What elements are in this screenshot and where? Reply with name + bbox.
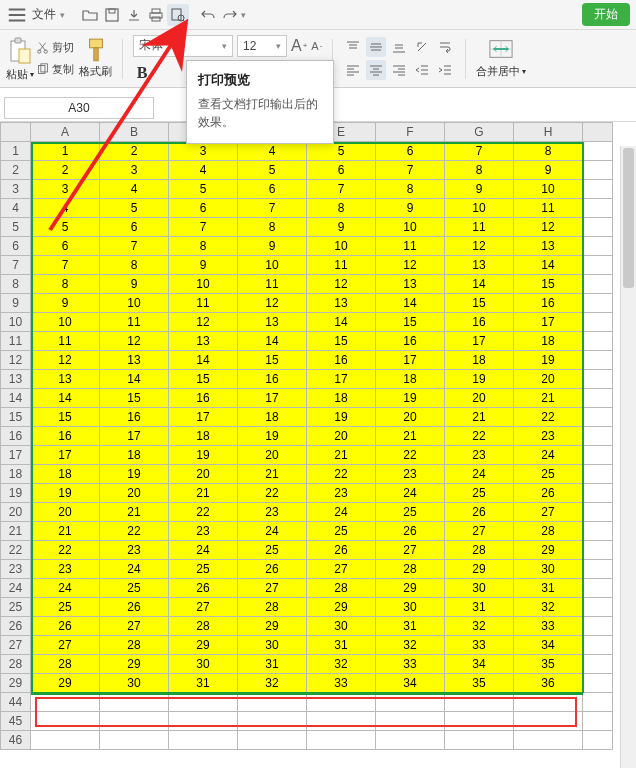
data-cell[interactable]: 27 (376, 541, 445, 560)
data-cell[interactable]: 25 (238, 541, 307, 560)
column-header[interactable]: H (514, 123, 583, 142)
data-cell[interactable]: 23 (238, 503, 307, 522)
empty-cell[interactable] (583, 427, 613, 446)
row-header[interactable]: 24 (1, 579, 31, 598)
data-cell[interactable]: 31 (169, 674, 238, 693)
redo-icon[interactable] (219, 4, 241, 26)
empty-cell[interactable] (583, 275, 613, 294)
data-cell[interactable]: 10 (376, 218, 445, 237)
empty-cell[interactable] (100, 693, 169, 712)
empty-cell[interactable] (583, 522, 613, 541)
start-tab[interactable]: 开始 (582, 3, 630, 26)
row-header[interactable]: 45 (1, 712, 31, 731)
empty-cell[interactable] (445, 731, 514, 750)
data-cell[interactable]: 8 (169, 237, 238, 256)
empty-cell[interactable] (583, 446, 613, 465)
data-cell[interactable]: 9 (307, 218, 376, 237)
align-right-icon[interactable] (389, 60, 409, 80)
data-cell[interactable]: 5 (307, 142, 376, 161)
data-cell[interactable]: 30 (307, 617, 376, 636)
data-cell[interactable]: 32 (238, 674, 307, 693)
empty-cell[interactable] (583, 636, 613, 655)
data-cell[interactable]: 20 (31, 503, 100, 522)
empty-cell[interactable] (376, 731, 445, 750)
data-cell[interactable]: 6 (307, 161, 376, 180)
empty-cell[interactable] (583, 313, 613, 332)
data-cell[interactable]: 12 (238, 294, 307, 313)
row-header[interactable]: 8 (1, 275, 31, 294)
data-cell[interactable]: 11 (169, 294, 238, 313)
data-cell[interactable]: 16 (169, 389, 238, 408)
empty-cell[interactable] (376, 693, 445, 712)
data-cell[interactable]: 10 (169, 275, 238, 294)
data-cell[interactable]: 10 (31, 313, 100, 332)
data-cell[interactable]: 28 (31, 655, 100, 674)
column-header[interactable]: F (376, 123, 445, 142)
data-cell[interactable]: 17 (445, 332, 514, 351)
data-cell[interactable]: 27 (307, 560, 376, 579)
data-cell[interactable]: 19 (307, 408, 376, 427)
data-cell[interactable]: 15 (238, 351, 307, 370)
orientation-icon[interactable] (412, 37, 432, 57)
data-cell[interactable]: 26 (238, 560, 307, 579)
data-cell[interactable]: 34 (376, 674, 445, 693)
paste-button[interactable]: 粘贴▾ (6, 67, 34, 82)
row-header[interactable]: 9 (1, 294, 31, 313)
row-header[interactable]: 2 (1, 161, 31, 180)
data-cell[interactable]: 12 (100, 332, 169, 351)
empty-cell[interactable] (31, 712, 100, 731)
empty-cell[interactable] (583, 693, 613, 712)
data-cell[interactable]: 30 (169, 655, 238, 674)
hamburger-icon[interactable] (6, 4, 28, 26)
data-cell[interactable]: 30 (445, 579, 514, 598)
data-cell[interactable]: 16 (376, 332, 445, 351)
data-cell[interactable]: 22 (169, 503, 238, 522)
empty-cell[interactable] (583, 655, 613, 674)
data-cell[interactable]: 32 (445, 617, 514, 636)
column-header[interactable]: A (31, 123, 100, 142)
decrease-font-icon[interactable]: A- (311, 40, 322, 52)
empty-cell[interactable] (583, 180, 613, 199)
format-painter-icon[interactable] (85, 38, 107, 64)
data-cell[interactable]: 30 (376, 598, 445, 617)
data-cell[interactable]: 25 (445, 484, 514, 503)
data-cell[interactable]: 11 (100, 313, 169, 332)
data-cell[interactable]: 23 (376, 465, 445, 484)
data-cell[interactable]: 24 (307, 503, 376, 522)
data-cell[interactable]: 21 (169, 484, 238, 503)
data-cell[interactable]: 25 (169, 560, 238, 579)
data-cell[interactable]: 31 (376, 617, 445, 636)
data-cell[interactable]: 23 (169, 522, 238, 541)
data-cell[interactable]: 12 (514, 218, 583, 237)
increase-font-icon[interactable]: A+ (291, 37, 307, 55)
data-cell[interactable]: 15 (445, 294, 514, 313)
data-cell[interactable]: 9 (238, 237, 307, 256)
data-cell[interactable]: 29 (376, 579, 445, 598)
data-cell[interactable]: 36 (514, 674, 583, 693)
data-cell[interactable]: 35 (445, 674, 514, 693)
empty-cell[interactable] (169, 731, 238, 750)
open-icon[interactable] (79, 4, 101, 26)
data-cell[interactable]: 14 (31, 389, 100, 408)
empty-cell[interactable] (583, 579, 613, 598)
data-cell[interactable]: 14 (514, 256, 583, 275)
empty-cell[interactable] (583, 731, 613, 750)
data-cell[interactable]: 11 (445, 218, 514, 237)
empty-cell[interactable] (583, 408, 613, 427)
data-cell[interactable]: 14 (169, 351, 238, 370)
data-cell[interactable]: 9 (100, 275, 169, 294)
row-header[interactable]: 46 (1, 731, 31, 750)
data-cell[interactable]: 29 (445, 560, 514, 579)
data-cell[interactable]: 18 (307, 389, 376, 408)
data-cell[interactable]: 29 (31, 674, 100, 693)
data-cell[interactable]: 6 (376, 142, 445, 161)
data-cell[interactable]: 16 (514, 294, 583, 313)
empty-cell[interactable] (583, 294, 613, 313)
qat-dropdown-icon[interactable]: ▾ (241, 10, 246, 20)
data-cell[interactable]: 20 (100, 484, 169, 503)
data-cell[interactable]: 15 (169, 370, 238, 389)
data-cell[interactable]: 7 (445, 142, 514, 161)
align-bottom-icon[interactable] (389, 37, 409, 57)
empty-cell[interactable] (583, 351, 613, 370)
data-cell[interactable]: 11 (31, 332, 100, 351)
